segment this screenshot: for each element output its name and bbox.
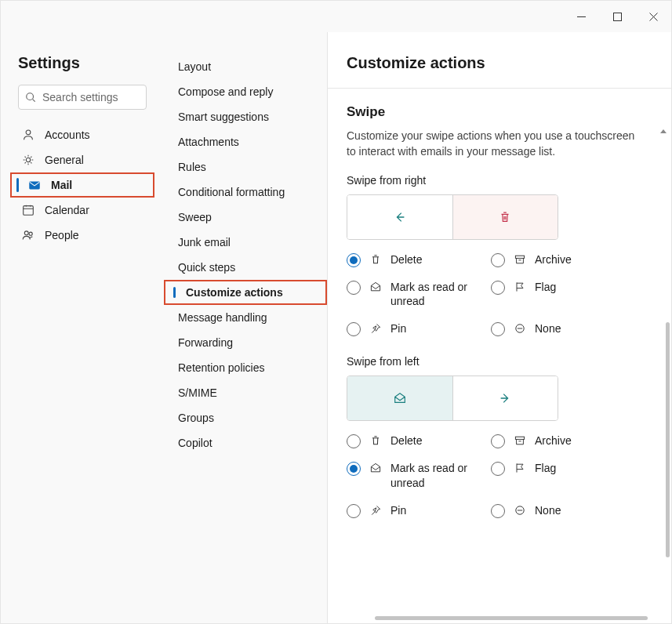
trash-icon xyxy=(369,434,383,447)
subnav-conditional[interactable]: Conditional formatting xyxy=(164,180,327,205)
trash-icon xyxy=(369,253,383,266)
svg-rect-9 xyxy=(515,256,524,258)
swipe-description: Customize your swipe actions when you us… xyxy=(347,128,637,160)
svg-point-8 xyxy=(29,232,32,235)
swipe-right-preview xyxy=(347,194,558,240)
svg-rect-1 xyxy=(613,13,621,20)
envelope-icon xyxy=(369,281,383,293)
radio-indicator xyxy=(347,322,361,336)
mail-subnav: Layout Compose and reply Smart suggestio… xyxy=(164,32,327,623)
flag-icon xyxy=(513,281,527,293)
svg-rect-0 xyxy=(577,16,586,17)
minimize-button[interactable] xyxy=(563,1,599,32)
radio-indicator xyxy=(491,504,505,518)
calendar-icon xyxy=(21,203,35,217)
sidebar-item-label: Mail xyxy=(51,179,72,191)
arrow-right-icon xyxy=(498,391,512,405)
sidebar-item-accounts[interactable]: Accounts xyxy=(10,122,154,147)
sidebar-item-label: General xyxy=(45,154,84,166)
radio-right-none[interactable]: None xyxy=(491,321,629,336)
subnav-copilot[interactable]: Copilot xyxy=(164,430,327,455)
person-icon xyxy=(21,128,35,142)
svg-point-4 xyxy=(26,158,30,161)
subnav-forwarding[interactable]: Forwarding xyxy=(164,330,327,355)
radio-right-delete[interactable]: Delete xyxy=(347,252,485,267)
swipe-right-preview-right xyxy=(452,195,558,239)
subnav-smime[interactable]: S/MIME xyxy=(164,380,327,405)
sidebar-item-label: Calendar xyxy=(45,204,89,216)
radio-left-archive[interactable]: Archive xyxy=(491,434,629,448)
gear-icon xyxy=(21,153,35,167)
sidebar-item-label: People xyxy=(45,229,79,241)
swipe-left-preview-right xyxy=(452,376,558,420)
search-icon xyxy=(25,92,36,103)
content-panel: Customize actions Swipe Customize your s… xyxy=(327,32,671,623)
swipe-right-preview-left xyxy=(347,195,452,239)
radio-indicator xyxy=(347,253,361,267)
radio-indicator xyxy=(491,322,505,336)
search-input[interactable] xyxy=(42,91,180,103)
radio-indicator xyxy=(347,281,361,295)
content-title: Customize actions xyxy=(328,32,671,89)
archive-icon xyxy=(513,253,527,266)
vertical-scrollbar[interactable] xyxy=(666,322,670,557)
radio-left-delete[interactable]: Delete xyxy=(347,434,485,448)
svg-rect-6 xyxy=(24,206,34,216)
maximize-button[interactable] xyxy=(599,1,635,32)
settings-sidebar: Settings Accounts General Mail xyxy=(1,32,164,623)
svg-point-3 xyxy=(26,130,31,135)
pin-icon xyxy=(369,322,383,335)
radio-indicator xyxy=(347,504,361,518)
subnav-quicksteps[interactable]: Quick steps xyxy=(164,255,327,280)
subnav-compose[interactable]: Compose and reply xyxy=(164,79,327,104)
subnav-rules[interactable]: Rules xyxy=(164,154,327,180)
radio-left-markread[interactable]: Mark as read or unread xyxy=(347,461,485,491)
search-settings[interactable] xyxy=(18,85,147,110)
radio-indicator xyxy=(491,253,505,267)
subnav-layout[interactable]: Layout xyxy=(164,54,327,79)
pin-icon xyxy=(369,504,383,517)
sidebar-item-mail[interactable]: Mail xyxy=(10,172,154,198)
subnav-message-handling[interactable]: Message handling xyxy=(164,305,327,330)
people-icon xyxy=(21,228,35,242)
subnav-retention[interactable]: Retention policies xyxy=(164,355,327,380)
flag-icon xyxy=(513,462,527,474)
radio-left-pin[interactable]: Pin xyxy=(347,503,485,518)
radio-right-flag[interactable]: Flag xyxy=(491,280,629,310)
radio-left-flag[interactable]: Flag xyxy=(491,461,629,491)
page-title: Settings xyxy=(7,48,158,82)
swipe-right-label: Swipe from right xyxy=(347,174,652,187)
archive-icon xyxy=(513,434,527,447)
radio-indicator xyxy=(491,281,505,295)
sidebar-item-general[interactable]: General xyxy=(10,147,154,172)
radio-indicator xyxy=(491,434,505,448)
swipe-left-label: Swipe from left xyxy=(347,355,652,368)
svg-rect-11 xyxy=(515,437,524,440)
radio-indicator xyxy=(347,434,361,448)
subnav-customize-actions[interactable]: Customize actions xyxy=(164,280,327,305)
close-button[interactable] xyxy=(635,1,671,32)
subnav-groups[interactable]: Groups xyxy=(164,405,327,430)
subnav-smart[interactable]: Smart suggestions xyxy=(164,104,327,129)
sidebar-item-people[interactable]: People xyxy=(10,223,154,248)
swipe-left-preview-left xyxy=(347,376,452,420)
subnav-junk[interactable]: Junk email xyxy=(164,230,327,255)
radio-indicator xyxy=(491,462,505,476)
envelope-icon xyxy=(393,391,407,405)
horizontal-scrollbar[interactable] xyxy=(375,616,648,620)
svg-point-7 xyxy=(24,231,28,235)
swipe-left-preview xyxy=(347,375,558,421)
svg-point-2 xyxy=(27,93,34,100)
none-icon xyxy=(513,504,527,517)
radio-right-markread[interactable]: Mark as read or unread xyxy=(347,280,485,310)
radio-left-none[interactable]: None xyxy=(491,503,629,518)
subnav-sweep[interactable]: Sweep xyxy=(164,205,327,230)
scroll-up-arrow[interactable] xyxy=(660,129,667,133)
subnav-attachments[interactable]: Attachments xyxy=(164,129,327,154)
arrow-left-icon xyxy=(393,210,407,224)
radio-indicator xyxy=(347,462,361,476)
radio-right-pin[interactable]: Pin xyxy=(347,321,485,336)
radio-right-archive[interactable]: Archive xyxy=(491,252,629,267)
sidebar-item-calendar[interactable]: Calendar xyxy=(10,198,154,223)
mail-icon xyxy=(27,178,42,192)
